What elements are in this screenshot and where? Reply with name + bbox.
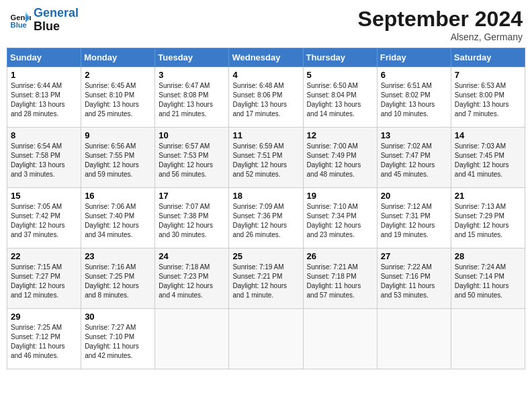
day-number: 9: [85, 130, 151, 140]
calendar-day-13: 13Sunrise: 7:02 AM Sunset: 7:47 PM Dayli…: [377, 128, 451, 188]
day-info: Sunrise: 6:53 AM Sunset: 8:00 PM Dayligh…: [455, 81, 521, 119]
calendar-day-30: 30Sunrise: 7:27 AM Sunset: 7:10 PM Dayli…: [81, 309, 155, 369]
day-number: 6: [381, 70, 447, 80]
calendar-day-12: 12Sunrise: 7:00 AM Sunset: 7:49 PM Dayli…: [303, 128, 377, 188]
day-info: Sunrise: 7:06 AM Sunset: 7:40 PM Dayligh…: [85, 202, 151, 240]
calendar-header: SundayMondayTuesdayWednesdayThursdayFrid…: [7, 48, 525, 67]
calendar-day-11: 11Sunrise: 6:59 AM Sunset: 7:51 PM Dayli…: [229, 128, 303, 188]
day-number: 29: [11, 312, 77, 322]
day-number: 16: [85, 191, 151, 201]
day-info: Sunrise: 7:27 AM Sunset: 7:10 PM Dayligh…: [85, 323, 151, 361]
day-number: 28: [455, 251, 521, 261]
day-info: Sunrise: 6:51 AM Sunset: 8:02 PM Dayligh…: [381, 81, 447, 119]
calendar-day-empty: [451, 309, 525, 369]
day-header-friday: Friday: [377, 48, 451, 67]
day-header-wednesday: Wednesday: [229, 48, 303, 67]
day-number: 8: [11, 130, 77, 140]
day-number: 13: [381, 130, 447, 140]
calendar-day-28: 28Sunrise: 7:24 AM Sunset: 7:14 PM Dayli…: [451, 248, 525, 309]
day-number: 15: [11, 191, 77, 201]
day-info: Sunrise: 6:57 AM Sunset: 7:53 PM Dayligh…: [159, 142, 225, 179]
calendar-day-9: 9Sunrise: 6:56 AM Sunset: 7:55 PM Daylig…: [81, 128, 155, 188]
day-number: 30: [85, 312, 151, 322]
day-number: 7: [455, 70, 521, 80]
day-info: Sunrise: 6:45 AM Sunset: 8:10 PM Dayligh…: [85, 81, 151, 119]
calendar-week-5: 29Sunrise: 7:25 AM Sunset: 7:12 PM Dayli…: [7, 309, 525, 369]
calendar-body: 1Sunrise: 6:44 AM Sunset: 8:13 PM Daylig…: [7, 67, 525, 369]
calendar-day-7: 7Sunrise: 6:53 AM Sunset: 8:00 PM Daylig…: [451, 67, 525, 128]
calendar-day-3: 3Sunrise: 6:47 AM Sunset: 8:08 PM Daylig…: [155, 67, 229, 128]
day-header-tuesday: Tuesday: [155, 48, 229, 67]
calendar-day-empty: [155, 309, 229, 369]
calendar-day-20: 20Sunrise: 7:12 AM Sunset: 7:31 PM Dayli…: [377, 188, 451, 248]
calendar-day-26: 26Sunrise: 7:21 AM Sunset: 7:18 PM Dayli…: [303, 248, 377, 309]
day-info: Sunrise: 7:13 AM Sunset: 7:29 PM Dayligh…: [455, 202, 521, 240]
day-header-saturday: Saturday: [451, 48, 525, 67]
calendar-day-10: 10Sunrise: 6:57 AM Sunset: 7:53 PM Dayli…: [155, 128, 229, 188]
day-info: Sunrise: 6:47 AM Sunset: 8:08 PM Dayligh…: [159, 81, 225, 119]
calendar-week-3: 15Sunrise: 7:05 AM Sunset: 7:42 PM Dayli…: [7, 188, 525, 248]
day-number: 19: [307, 191, 373, 201]
logo-icon: General Blue: [9, 9, 31, 31]
calendar-day-17: 17Sunrise: 7:07 AM Sunset: 7:38 PM Dayli…: [155, 188, 229, 248]
calendar-day-16: 16Sunrise: 7:06 AM Sunset: 7:40 PM Dayli…: [81, 188, 155, 248]
day-info: Sunrise: 7:22 AM Sunset: 7:16 PM Dayligh…: [381, 263, 447, 300]
calendar-day-19: 19Sunrise: 7:10 AM Sunset: 7:34 PM Dayli…: [303, 188, 377, 248]
month-title: September 2024: [358, 7, 523, 32]
calendar-day-1: 1Sunrise: 6:44 AM Sunset: 8:13 PM Daylig…: [7, 67, 81, 128]
day-number: 5: [307, 70, 373, 80]
day-header-sunday: Sunday: [7, 48, 81, 67]
calendar-day-18: 18Sunrise: 7:09 AM Sunset: 7:36 PM Dayli…: [229, 188, 303, 248]
day-info: Sunrise: 7:19 AM Sunset: 7:21 PM Dayligh…: [232, 263, 299, 300]
day-number: 4: [232, 70, 299, 80]
logo: General Blue GeneralBlue: [9, 7, 79, 34]
day-info: Sunrise: 7:18 AM Sunset: 7:23 PM Dayligh…: [159, 263, 225, 300]
calendar-day-5: 5Sunrise: 6:50 AM Sunset: 8:04 PM Daylig…: [303, 67, 377, 128]
calendar-day-15: 15Sunrise: 7:05 AM Sunset: 7:42 PM Dayli…: [7, 188, 81, 248]
day-info: Sunrise: 6:54 AM Sunset: 7:58 PM Dayligh…: [11, 142, 77, 179]
day-number: 3: [159, 70, 225, 80]
day-number: 20: [381, 191, 447, 201]
calendar-week-2: 8Sunrise: 6:54 AM Sunset: 7:58 PM Daylig…: [7, 128, 525, 188]
day-info: Sunrise: 7:05 AM Sunset: 7:42 PM Dayligh…: [11, 202, 77, 240]
page-header: General Blue GeneralBlue September 2024 …: [7, 7, 525, 42]
day-info: Sunrise: 7:00 AM Sunset: 7:49 PM Dayligh…: [307, 142, 373, 179]
calendar-day-6: 6Sunrise: 6:51 AM Sunset: 8:02 PM Daylig…: [377, 67, 451, 128]
day-info: Sunrise: 7:21 AM Sunset: 7:18 PM Dayligh…: [307, 263, 373, 300]
calendar-day-23: 23Sunrise: 7:16 AM Sunset: 7:25 PM Dayli…: [81, 248, 155, 309]
day-info: Sunrise: 7:09 AM Sunset: 7:36 PM Dayligh…: [232, 202, 299, 240]
day-number: 2: [85, 70, 151, 80]
calendar-day-21: 21Sunrise: 7:13 AM Sunset: 7:29 PM Dayli…: [451, 188, 525, 248]
day-number: 12: [307, 130, 373, 140]
day-info: Sunrise: 7:10 AM Sunset: 7:34 PM Dayligh…: [307, 202, 373, 240]
svg-text:Blue: Blue: [11, 21, 27, 29]
calendar-table: SundayMondayTuesdayWednesdayThursdayFrid…: [7, 48, 525, 369]
day-info: Sunrise: 7:12 AM Sunset: 7:31 PM Dayligh…: [381, 202, 447, 240]
day-number: 27: [381, 251, 447, 261]
calendar-day-empty: [229, 309, 303, 369]
day-number: 11: [232, 130, 299, 140]
day-number: 24: [159, 251, 225, 261]
calendar-day-25: 25Sunrise: 7:19 AM Sunset: 7:21 PM Dayli…: [229, 248, 303, 309]
day-number: 23: [85, 251, 151, 261]
day-info: Sunrise: 7:16 AM Sunset: 7:25 PM Dayligh…: [85, 263, 151, 300]
day-info: Sunrise: 7:03 AM Sunset: 7:45 PM Dayligh…: [455, 142, 521, 179]
calendar-day-27: 27Sunrise: 7:22 AM Sunset: 7:16 PM Dayli…: [377, 248, 451, 309]
calendar-week-1: 1Sunrise: 6:44 AM Sunset: 8:13 PM Daylig…: [7, 67, 525, 128]
location: Alsenz, Germany: [358, 32, 523, 42]
day-header-monday: Monday: [81, 48, 155, 67]
title-block: September 2024 Alsenz, Germany: [358, 7, 523, 42]
calendar-day-empty: [377, 309, 451, 369]
day-info: Sunrise: 7:25 AM Sunset: 7:12 PM Dayligh…: [11, 323, 77, 361]
day-number: 1: [11, 70, 77, 80]
day-info: Sunrise: 6:44 AM Sunset: 8:13 PM Dayligh…: [11, 81, 77, 119]
day-info: Sunrise: 6:48 AM Sunset: 8:06 PM Dayligh…: [232, 81, 299, 119]
day-info: Sunrise: 6:50 AM Sunset: 8:04 PM Dayligh…: [307, 81, 373, 119]
day-info: Sunrise: 7:15 AM Sunset: 7:27 PM Dayligh…: [11, 263, 77, 300]
day-number: 25: [232, 251, 299, 261]
calendar-day-4: 4Sunrise: 6:48 AM Sunset: 8:06 PM Daylig…: [229, 67, 303, 128]
day-number: 22: [11, 251, 77, 261]
calendar-day-24: 24Sunrise: 7:18 AM Sunset: 7:23 PM Dayli…: [155, 248, 229, 309]
day-info: Sunrise: 7:24 AM Sunset: 7:14 PM Dayligh…: [455, 263, 521, 300]
calendar-day-29: 29Sunrise: 7:25 AM Sunset: 7:12 PM Dayli…: [7, 309, 81, 369]
